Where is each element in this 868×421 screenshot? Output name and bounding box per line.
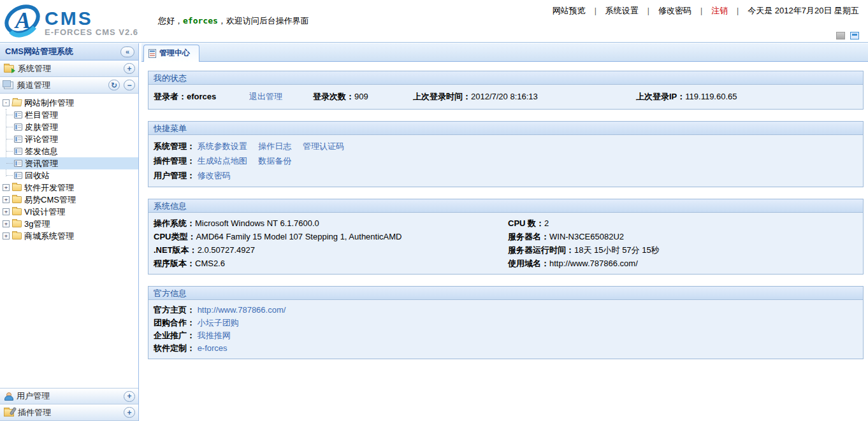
nav-logout[interactable]: 注销 bbox=[711, 5, 728, 17]
sysinfo-domain: 使用域名：http://www.787866.com/ bbox=[508, 257, 858, 270]
expand-node-icon[interactable]: + bbox=[3, 208, 10, 215]
expand-node-icon[interactable]: + bbox=[3, 220, 10, 227]
login-user-label: 登录者： bbox=[154, 92, 187, 101]
sysinfo-os: 操作系统：Microsoft Windows NT 6.1.7600.0 bbox=[154, 217, 508, 230]
tree-item-skin-mgmt[interactable]: 皮肤管理 bbox=[0, 121, 138, 133]
sidebar-collapse-button[interactable]: « bbox=[120, 46, 134, 57]
link-software-custom[interactable]: e-forces bbox=[198, 343, 228, 353]
nav-separator: | bbox=[595, 6, 597, 15]
tree-folder-software-dev[interactable]: + 软件开发管理 bbox=[0, 182, 138, 194]
official-custom-software: 软件定制： e-forces bbox=[154, 342, 858, 355]
nav-separator: | bbox=[647, 6, 649, 15]
panel-system-info: 系统信息 操作系统：Microsoft Windows NT 6.1.7600.… bbox=[148, 199, 864, 275]
tree-folder-mall-system[interactable]: + 商城系统管理 bbox=[0, 230, 138, 242]
logout-admin-link[interactable]: 退出管理 bbox=[249, 92, 282, 101]
document-icon bbox=[14, 111, 22, 118]
tree-folder-yishi-cms[interactable]: + 易势CMS管理 bbox=[0, 194, 138, 206]
link-official-homepage[interactable]: http://www.787866.com/ bbox=[198, 305, 286, 315]
tree-item-recycle-bin[interactable]: 回收站 bbox=[0, 169, 138, 182]
link-operation-log[interactable]: 操作日志 bbox=[258, 141, 291, 151]
open-folder-icon bbox=[11, 99, 22, 106]
tree-item-column-mgmt[interactable]: 栏目管理 bbox=[0, 109, 138, 121]
official-promotion: 企业推广： 我推推网 bbox=[154, 329, 858, 342]
link-groupbuy-partner[interactable]: 小坛子团购 bbox=[198, 318, 239, 327]
sidebar-title: CMS网站管理系统 bbox=[5, 46, 120, 57]
folder-icon bbox=[12, 184, 22, 191]
dashboard-content: 我的状态 登录者：eforces 退出管理 登录次数：909 上次登录时间：20… bbox=[141, 62, 868, 359]
expand-section-button[interactable]: + bbox=[124, 391, 135, 402]
document-icon bbox=[14, 136, 22, 143]
folder-icon bbox=[12, 232, 22, 239]
quick-row-plugin: 插件管理： 生成站点地图 数据备份 bbox=[154, 153, 858, 168]
logo-cms-text: CMS bbox=[45, 10, 138, 27]
channel-tree: - 网站制作管理 栏目管理 皮肤管理 评论管理 签发信息 bbox=[0, 94, 138, 388]
welcome-message: 您好，eforces，欢迎访问后台操作界面 bbox=[158, 15, 309, 27]
sidebar-title-bar: CMS网站管理系统 « bbox=[0, 43, 138, 61]
document-icon bbox=[14, 124, 22, 131]
window-controls bbox=[836, 32, 859, 39]
collapse-section-button[interactable]: − bbox=[124, 80, 135, 90]
expand-section-button[interactable]: + bbox=[124, 63, 135, 74]
page-icon bbox=[148, 49, 156, 58]
accordion-channel-management[interactable]: 频道管理 ↻ − bbox=[0, 77, 138, 94]
document-icon bbox=[14, 148, 22, 155]
expand-node-icon[interactable]: + bbox=[3, 232, 10, 239]
tab-strip: 管理中心 bbox=[141, 43, 868, 62]
link-generate-sitemap[interactable]: 生成站点地图 bbox=[198, 156, 247, 166]
tree-item-sign-info[interactable]: 签发信息 bbox=[0, 145, 138, 157]
logo-subtitle: E-FORCES CMS V2.6 bbox=[45, 27, 138, 37]
sysinfo-app-version: 程序版本：CMS2.6 bbox=[154, 257, 508, 270]
panel-title: 快捷菜单 bbox=[148, 122, 863, 135]
last-login-ip-label: 上次登录IP： bbox=[636, 92, 685, 101]
panel-title: 我的状态 bbox=[148, 71, 863, 85]
link-admin-auth-code[interactable]: 管理认证码 bbox=[303, 141, 344, 151]
login-user-value: eforces bbox=[187, 92, 216, 101]
sysinfo-dotnet: .NET版本：2.0.50727.4927 bbox=[154, 243, 508, 257]
collapse-node-icon[interactable]: - bbox=[3, 99, 10, 106]
logo-swirl-icon: A bbox=[4, 1, 43, 38]
accordion-user-management[interactable]: 用户管理 + bbox=[0, 388, 138, 404]
link-system-params[interactable]: 系统参数设置 bbox=[198, 141, 247, 151]
user-icon bbox=[4, 392, 13, 401]
link-data-backup[interactable]: 数据备份 bbox=[258, 156, 291, 166]
top-nav: 网站预览 | 系统设置 | 修改密码 | 注销 | 今天是 2012年7月20日… bbox=[553, 5, 859, 17]
sidebar: CMS网站管理系统 « 系统管理 + 频道管理 ↻ − - 网站制作管理 栏目管… bbox=[0, 43, 139, 421]
link-enterprise-promotion[interactable]: 我推推网 bbox=[198, 331, 231, 340]
minimize-icon[interactable] bbox=[836, 32, 845, 39]
expand-section-button[interactable]: + bbox=[124, 407, 135, 418]
nav-change-password[interactable]: 修改密码 bbox=[658, 5, 691, 17]
sysinfo-server-name: 服务器名：WIN-N3CE65082U2 bbox=[508, 230, 858, 243]
tree-folder-3g[interactable]: + 3g管理 bbox=[0, 218, 138, 230]
tree-item-comment-mgmt[interactable]: 评论管理 bbox=[0, 133, 138, 145]
refresh-button[interactable]: ↻ bbox=[108, 80, 120, 90]
accordion-plugin-management[interactable]: 插件管理 + bbox=[0, 404, 138, 421]
windows-stack-icon bbox=[4, 82, 13, 89]
folder-icon bbox=[12, 208, 22, 215]
folder-icon bbox=[12, 220, 22, 227]
restore-window-icon[interactable] bbox=[850, 32, 859, 39]
document-icon bbox=[14, 160, 22, 167]
link-change-password[interactable]: 修改密码 bbox=[198, 171, 231, 180]
svg-text:A: A bbox=[14, 8, 31, 33]
sysinfo-uptime: 服务器运行时间：18天 15小时 57分 15秒 bbox=[508, 243, 858, 257]
nav-site-preview[interactable]: 网站预览 bbox=[553, 5, 586, 17]
panel-my-status: 我的状态 登录者：eforces 退出管理 登录次数：909 上次登录时间：20… bbox=[148, 71, 864, 110]
panel-title: 官方信息 bbox=[148, 287, 863, 300]
expand-node-icon[interactable]: + bbox=[3, 184, 10, 191]
accordion-system-management[interactable]: 系统管理 + bbox=[0, 61, 138, 77]
last-login-ip-value: 119.119.60.65 bbox=[685, 92, 737, 101]
logged-in-username: eforces bbox=[183, 16, 218, 25]
folder-go-icon bbox=[4, 65, 14, 73]
last-login-time-label: 上次登录时间： bbox=[413, 92, 471, 101]
expand-node-icon[interactable]: + bbox=[3, 196, 10, 203]
nav-system-settings[interactable]: 系统设置 bbox=[605, 5, 639, 17]
tree-item-news-mgmt-selected[interactable]: 资讯管理 bbox=[0, 157, 138, 169]
folder-icon bbox=[12, 196, 22, 203]
tree-folder-vi-design[interactable]: + VI设计管理 bbox=[0, 206, 138, 218]
tree-folder-site-production[interactable]: - 网站制作管理 bbox=[0, 97, 138, 109]
today-date: 今天是 2012年7月20日 星期五 bbox=[748, 5, 859, 17]
official-homepage: 官方主页： http://www.787866.com/ bbox=[154, 304, 858, 317]
tab-admin-center[interactable]: 管理中心 bbox=[143, 45, 199, 62]
quick-row-user: 用户管理： 修改密码 bbox=[154, 168, 858, 183]
nav-separator: | bbox=[737, 6, 739, 15]
